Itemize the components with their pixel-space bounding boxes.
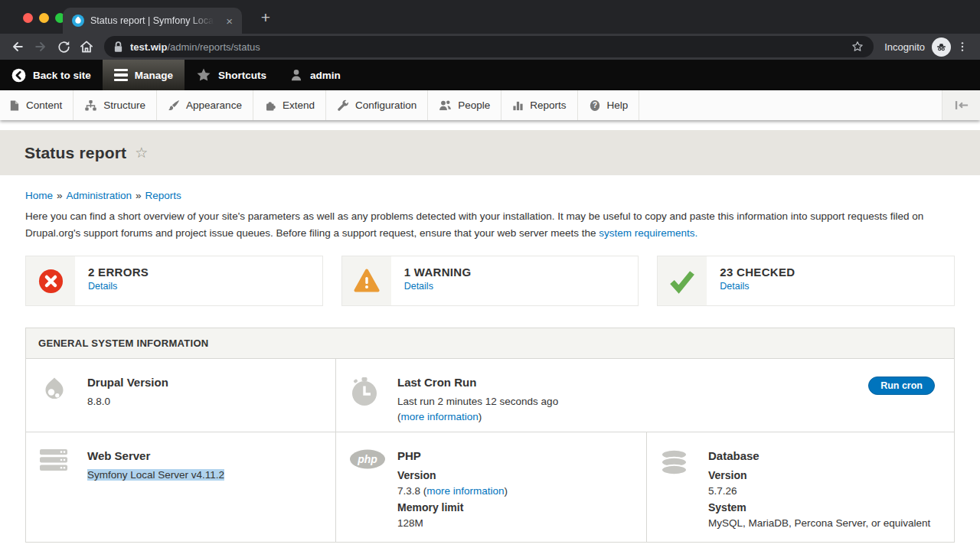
shortcuts-tab[interactable]: Shortcuts: [185, 60, 278, 90]
errors-card: 2 ERRORS Details: [25, 256, 323, 306]
barchart-icon: [512, 99, 524, 112]
breadcrumb-reports[interactable]: Reports: [145, 190, 181, 201]
forward-button[interactable]: [29, 36, 52, 57]
browser-navbar: test.wip/admin/reports/status Incognito: [0, 34, 980, 60]
errors-details-link[interactable]: Details: [88, 281, 117, 292]
checkmark-icon: [658, 256, 707, 305]
menu-item-label: Structure: [103, 99, 145, 111]
system-info-panel: GENERAL SYSTEM INFORMATION Drupal Versio…: [25, 328, 955, 543]
manage-label: Manage: [135, 70, 173, 81]
cron-more-info: (more information): [397, 409, 558, 425]
web-server-title: Web Server: [87, 448, 224, 465]
back-circle-icon: [11, 68, 26, 83]
url-text: test.wip/admin/reports/status: [130, 41, 851, 53]
puzzle-icon: [264, 99, 276, 112]
menu-item-configuration[interactable]: Configuration: [326, 90, 428, 120]
breadcrumb-home[interactable]: Home: [25, 190, 53, 201]
php-version-value: 7.3.8 (more information): [397, 484, 508, 499]
drupal-admin-toolbar: Back to site Manage Shortcuts admin: [0, 60, 980, 90]
wrench-icon: [337, 99, 349, 112]
database-cell: Database Version 5.7.26 System MySQL, Ma…: [647, 432, 954, 542]
cron-more-info-link[interactable]: more information: [401, 411, 479, 422]
web-server-cell: Web Server Symfony Local Server v4.11.2: [26, 432, 336, 542]
php-memory-value: 128M: [397, 516, 508, 531]
menu-item-people[interactable]: People: [428, 90, 501, 120]
paintbrush-icon: [168, 99, 180, 112]
lock-icon: [113, 41, 123, 53]
cron-last-run-value: Last run 2 minutes 12 seconds ago: [397, 394, 558, 409]
svg-text:?: ?: [593, 101, 597, 109]
window-close-button[interactable]: [23, 13, 33, 23]
page-description: Here you can find a short overview of yo…: [25, 208, 955, 241]
php-memory-label: Memory limit: [397, 500, 508, 516]
system-requirements-link[interactable]: system requirements.: [599, 227, 697, 239]
page-title: Status report: [24, 144, 126, 162]
menu-item-content[interactable]: Content: [0, 90, 74, 120]
url-path: /admin/reports/status: [167, 41, 260, 53]
clock-icon: [349, 374, 397, 432]
back-button[interactable]: [6, 36, 29, 57]
database-title: Database: [708, 448, 930, 465]
paren: ): [479, 411, 482, 422]
menu-item-label: Reports: [530, 99, 566, 111]
toolbar-collapse-button[interactable]: [942, 90, 980, 120]
breadcrumb-administration[interactable]: Administration: [67, 190, 132, 201]
web-server-value: Symfony Local Server v4.11.2: [87, 468, 224, 483]
menu-item-help[interactable]: ? Help: [578, 90, 640, 120]
drupal-drop-icon: [39, 374, 87, 432]
database-version-value: 5.7.26: [708, 484, 930, 499]
checked-details-link[interactable]: Details: [720, 281, 749, 292]
home-button[interactable]: [75, 36, 98, 57]
window-minimize-button[interactable]: [39, 13, 49, 23]
user-menu[interactable]: admin: [278, 60, 352, 90]
run-cron-button[interactable]: Run cron: [868, 377, 935, 395]
menu-item-label: Content: [26, 99, 62, 111]
drupal-version-cell: Drupal Version 8.8.0: [26, 359, 336, 432]
browser-menu-button[interactable]: [951, 36, 974, 57]
collapse-left-icon: [955, 100, 969, 110]
error-icon: [26, 256, 75, 305]
browser-tab[interactable]: Status report | Symfony Local Se ×: [63, 8, 242, 34]
php-title: PHP: [397, 448, 508, 465]
description-text: Here you can find a short overview of yo…: [25, 210, 923, 239]
incognito-label: Incognito: [884, 41, 925, 53]
server-icon: [39, 448, 87, 542]
cron-title: Last Cron Run: [397, 374, 558, 392]
system-info-heading: GENERAL SYSTEM INFORMATION: [26, 328, 954, 359]
manage-tab[interactable]: Manage: [103, 60, 185, 90]
php-more-info-link[interactable]: more information: [426, 485, 504, 497]
menu-item-extend[interactable]: Extend: [253, 90, 326, 120]
database-icon: [660, 448, 708, 542]
shortcuts-label: Shortcuts: [218, 70, 266, 81]
warnings-details-link[interactable]: Details: [404, 281, 433, 292]
menu-item-structure[interactable]: Structure: [74, 90, 157, 120]
menu-item-label: Appearance: [186, 99, 242, 111]
favorite-star-icon[interactable]: ☆: [135, 145, 148, 160]
new-tab-button[interactable]: +: [256, 9, 276, 25]
errors-count: 2 ERRORS: [88, 266, 149, 279]
php-icon: php: [349, 448, 397, 542]
database-system-value: MySQL, MariaDB, Percona Server, or equiv…: [708, 516, 930, 531]
php-version-number: 7.3.8: [397, 485, 420, 497]
menu-item-appearance[interactable]: Appearance: [157, 90, 253, 120]
svg-text:php: php: [357, 453, 377, 465]
back-to-site-button[interactable]: Back to site: [0, 60, 103, 90]
reload-button[interactable]: [52, 36, 75, 57]
window-controls: [23, 13, 65, 23]
bookmark-star-icon[interactable]: [851, 40, 864, 54]
user-label: admin: [310, 70, 341, 81]
php-version-label: Version: [397, 468, 508, 484]
status-summary-cards: 2 ERRORS Details 1 WARNING Details 23 CH…: [25, 256, 955, 306]
tab-close-icon[interactable]: ×: [223, 14, 236, 28]
help-icon: ?: [589, 99, 601, 112]
menu-item-reports[interactable]: Reports: [501, 90, 577, 120]
tab-title: Status report | Symfony Local Se: [90, 15, 217, 26]
address-bar[interactable]: test.wip/admin/reports/status: [104, 36, 874, 57]
menu-item-label: Extend: [283, 99, 315, 111]
hamburger-icon: [114, 69, 128, 81]
php-cell: php PHP Version 7.3.8 (more information)…: [336, 432, 647, 542]
menu-item-label: People: [458, 99, 490, 111]
page-header: Status report ☆: [0, 130, 980, 175]
url-host: test.wip: [130, 41, 167, 53]
warnings-card: 1 WARNING Details: [341, 256, 639, 306]
